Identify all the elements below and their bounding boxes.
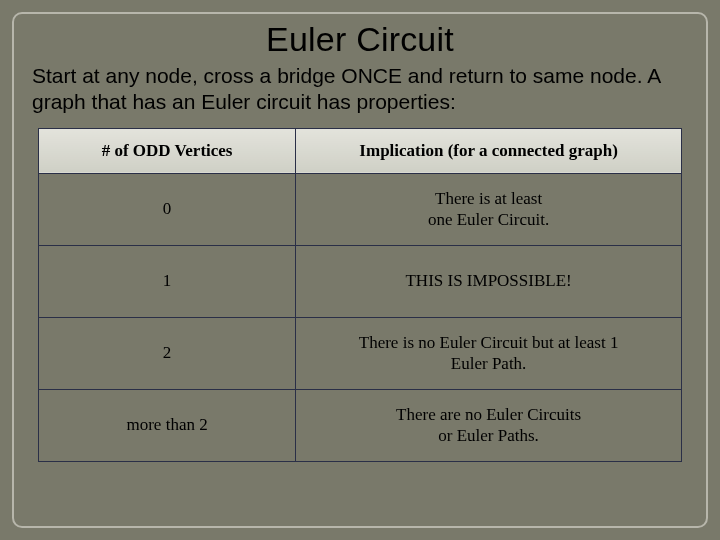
cell-implication: THIS IS IMPOSSIBLE!	[296, 245, 682, 317]
table-header-row: # of ODD Vertices Implication (for a con…	[39, 128, 682, 173]
cell-implication: There is no Euler Circuit but at least 1…	[296, 317, 682, 389]
slide-title: Euler Circuit	[14, 20, 706, 59]
table-row: 0 There is at leastone Euler Circuit.	[39, 173, 682, 245]
slide-subtitle: Start at any node, cross a bridge ONCE a…	[32, 63, 688, 116]
cell-implication: There are no Euler Circuitsor Euler Path…	[296, 389, 682, 461]
cell-odd-vertices: 1	[39, 245, 296, 317]
cell-odd-vertices: 2	[39, 317, 296, 389]
properties-table: # of ODD Vertices Implication (for a con…	[38, 128, 682, 462]
table-row: 2 There is no Euler Circuit but at least…	[39, 317, 682, 389]
table-row: more than 2 There are no Euler Circuitso…	[39, 389, 682, 461]
slide-frame: Euler Circuit Start at any node, cross a…	[12, 12, 708, 528]
table-row: 1 THIS IS IMPOSSIBLE!	[39, 245, 682, 317]
cell-odd-vertices: 0	[39, 173, 296, 245]
properties-table-wrap: # of ODD Vertices Implication (for a con…	[38, 128, 682, 462]
cell-odd-vertices: more than 2	[39, 389, 296, 461]
cell-implication: There is at leastone Euler Circuit.	[296, 173, 682, 245]
header-odd-vertices: # of ODD Vertices	[39, 128, 296, 173]
header-implication: Implication (for a connected graph)	[296, 128, 682, 173]
